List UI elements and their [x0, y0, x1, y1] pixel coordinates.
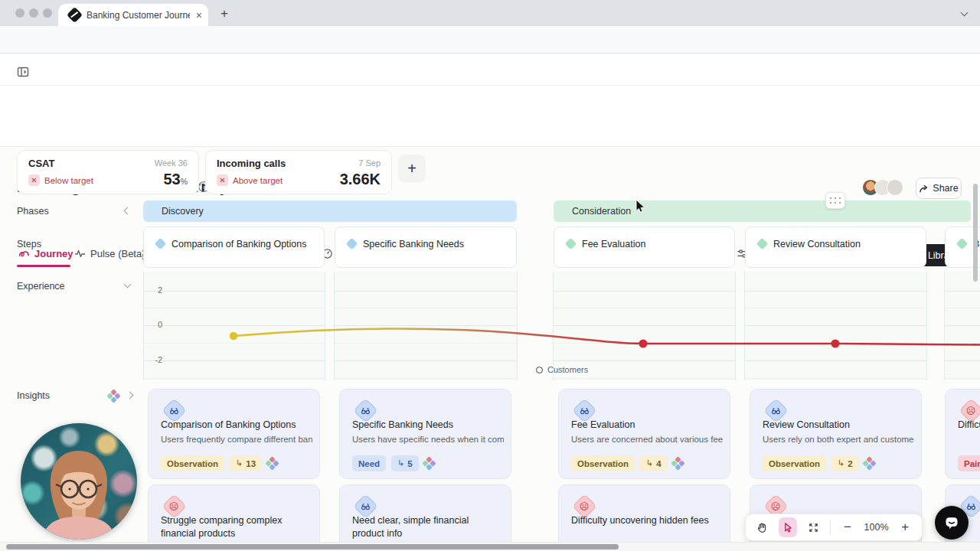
select-cursor-tool[interactable] — [779, 517, 796, 537]
browser-tab[interactable]: Banking Customer Journey | × — [58, 4, 208, 26]
collapse-phases-chevron-icon[interactable] — [124, 207, 132, 215]
insight-count-tag[interactable]: ↳4 — [640, 455, 668, 471]
legend-circle-icon — [536, 367, 543, 373]
insight-card[interactable]: Fee Evaluation Users are concerned about… — [558, 389, 730, 479]
active-tab-underline — [17, 265, 70, 267]
step-card[interactable]: Comparison of Banking Options — [143, 227, 325, 268]
metric-status: Above target — [233, 176, 283, 185]
insight-title: Difficu — [958, 419, 980, 432]
sad-face-icon: ☹ — [966, 406, 976, 415]
chart-legend[interactable]: Customers — [536, 365, 588, 374]
step-diamond-icon — [565, 238, 577, 250]
insights-diamond-icon — [106, 389, 120, 403]
insight-description: Users have specific needs when it comes … — [352, 435, 504, 444]
presenter-person — [21, 423, 137, 540]
legend-label: Customers — [547, 365, 588, 374]
insight-type-tag[interactable]: Observation — [571, 455, 635, 471]
metric-card-csat[interactable]: CSAT Week 36 ✕ Below target 53% — [17, 150, 199, 194]
phase-discovery[interactable]: Discovery — [143, 201, 517, 222]
metric-period: Week 36 — [155, 158, 188, 168]
insight-description: Users frequently compare different banki… — [161, 435, 312, 444]
chat-launcher-button[interactable] — [935, 506, 969, 540]
browser-window: Banking Customer Journey | × + ← → app.t… — [0, 0, 980, 551]
browser-toolbar: ← → app.theydo.com/demo/telco/journey/83… — [0, 26, 980, 54]
lane-label-experience: Experience — [17, 281, 65, 292]
tab-close-icon[interactable]: × — [196, 10, 202, 21]
metric-name: Incoming calls — [217, 158, 286, 169]
insight-type-tag[interactable]: Observation — [763, 455, 826, 471]
insight-type-tag[interactable]: Pain — [958, 455, 980, 471]
avatar[interactable] — [887, 179, 903, 196]
metric-period: 7 Sep — [358, 158, 381, 168]
zoom-level[interactable]: 100% — [864, 522, 889, 533]
insight-title: Fee Evaluation — [571, 419, 721, 432]
insight-card[interactable]: ☹ Difficu Pain — [945, 389, 980, 479]
sad-face-icon: ☹ — [580, 501, 590, 510]
phase-consideration[interactable]: Consideration — [554, 201, 971, 222]
experience-line-chart — [143, 272, 980, 380]
insights-diamond-icon — [671, 456, 684, 470]
insight-count-tag[interactable]: ↳5 — [391, 455, 419, 471]
pan-hand-tool[interactable] — [753, 517, 771, 537]
zoom-in-button[interactable]: + — [897, 517, 914, 537]
browser-tab-strip: Banking Customer Journey | × + — [0, 0, 980, 26]
tab-search-chevron-icon[interactable] — [961, 9, 969, 17]
journey-icon — [18, 248, 30, 259]
insight-title: Struggle comparing complex financial pro… — [161, 514, 311, 540]
insights-diamond-icon — [422, 456, 436, 470]
collaborator-avatars[interactable] — [862, 179, 903, 196]
step-diamond-icon — [756, 238, 769, 250]
insight-card[interactable]: Comparison of Banking Options Users freq… — [148, 389, 320, 479]
breadcrumb-bar: Journeys / Banking Customer Journey — [0, 54, 980, 86]
window-zoom-button[interactable] — [43, 8, 52, 18]
insight-card[interactable]: ☹ Struggle comparing complex financial p… — [148, 484, 320, 551]
step-card[interactable]: Fee Evaluation — [554, 227, 735, 268]
insight-card[interactable]: Need clear, simple financial product inf… — [339, 484, 511, 551]
metric-card-incoming-calls[interactable]: Incoming calls 7 Sep ✕ Above target 3.66… — [205, 150, 392, 194]
canvas-toolbar: − 100% + — [745, 514, 923, 541]
toolbar-divider — [830, 520, 831, 535]
data-point-yellow — [230, 332, 237, 340]
insight-title: Difficulty uncovering hidden fees — [571, 514, 721, 527]
insight-title: Comparison of Banking Options — [161, 419, 311, 432]
sad-face-icon: ☹ — [169, 501, 179, 510]
metric-status: Below target — [44, 176, 93, 185]
insight-type-tag[interactable]: Need — [352, 455, 386, 471]
step-card[interactable]: Specific Banking Needs — [335, 227, 517, 268]
share-button[interactable]: Share — [916, 178, 962, 199]
share-label: Share — [933, 183, 958, 194]
tab-journey[interactable]: Journey — [18, 248, 74, 259]
sidebar-panel-icon[interactable] — [17, 66, 29, 78]
insight-type-tag[interactable]: Observation — [161, 455, 224, 471]
lane-label-insights: Insights — [17, 390, 50, 401]
phase-drag-handle[interactable] — [825, 192, 845, 209]
insight-card[interactable]: Review Consultation Users rely on both e… — [750, 389, 922, 479]
insight-card[interactable]: Specific Banking Needs Users have specif… — [339, 389, 511, 479]
insight-count-tag[interactable]: ↳2 — [831, 455, 859, 471]
below-target-x-icon: ✕ — [28, 174, 40, 186]
vertical-scrollbar-thumb[interactable] — [973, 184, 978, 282]
insights-diamond-icon — [265, 456, 279, 470]
zoom-out-button[interactable]: − — [838, 517, 856, 537]
sad-face-icon: ☹ — [771, 501, 781, 510]
tab-pulse[interactable]: Pulse (Beta) — [74, 248, 145, 259]
lane-label-steps: Steps — [17, 239, 41, 249]
mouse-cursor — [635, 199, 646, 214]
window-close-button[interactable] — [15, 8, 24, 18]
collapse-experience-chevron-icon[interactable] — [124, 281, 132, 289]
horizontal-scrollbar-thumb[interactable] — [6, 544, 619, 549]
insight-title: Review Consultation — [763, 419, 913, 432]
insight-count-tag[interactable]: ↳13 — [230, 455, 262, 471]
presenter-webcam-video[interactable] — [21, 423, 137, 540]
step-card[interactable]: Review Consultation — [745, 227, 926, 268]
fit-view-expand-icon[interactable] — [805, 517, 822, 537]
insight-card[interactable]: ☹ Difficulty uncovering hidden fees — [558, 484, 730, 551]
metric-value: 53 — [163, 171, 180, 187]
data-point-red — [831, 339, 839, 347]
window-minimize-button[interactable] — [29, 8, 38, 18]
expand-insights-chevron-icon[interactable] — [126, 392, 134, 399]
insight-title: Need clear, simple financial product inf… — [352, 514, 502, 540]
add-metric-button[interactable]: + — [398, 155, 426, 182]
data-point-red — [639, 339, 647, 347]
new-tab-button[interactable]: + — [220, 6, 228, 21]
